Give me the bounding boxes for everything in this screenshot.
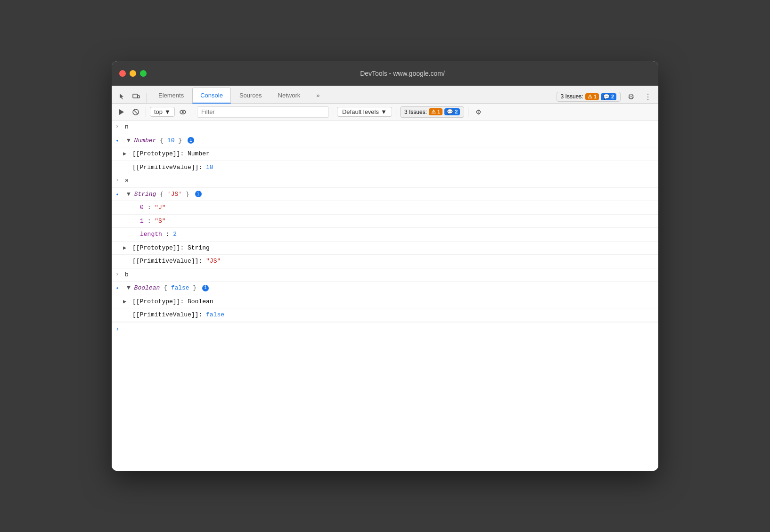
fullscreen-button[interactable] (140, 70, 147, 77)
length-colon: : (166, 231, 173, 238)
boolean-info-icon[interactable]: i (202, 285, 209, 291)
console-row-primitive-number: [[PrimitiveValue]]: 10 (112, 161, 658, 175)
tab-sources[interactable]: Sources (232, 87, 270, 103)
svg-marker-2 (119, 109, 124, 115)
console-input-row: › (112, 322, 658, 336)
console-sep-4 (396, 107, 396, 117)
number-value: 10 (167, 137, 175, 144)
tab-more[interactable]: » (309, 87, 327, 103)
warning-badge-2: ⚠ 1 (429, 108, 442, 115)
left-arrow-number: ◂ (115, 137, 124, 144)
primitive-number-text: [[PrimitiveValue]]: 10 (132, 163, 655, 172)
boolean-value: false (171, 284, 189, 291)
left-arrow-boolean: ◂ (115, 284, 124, 291)
tab-elements[interactable]: Elements (151, 87, 191, 103)
number-object: ▼ Number { 10 } i (127, 136, 655, 145)
string-index-1: 1 : "S" (140, 217, 655, 226)
number-info-icon[interactable]: i (188, 137, 194, 144)
tab-bar: Elements Console Sources Network » 3 Iss… (112, 86, 658, 104)
issues-label: 3 Issues: (561, 93, 583, 100)
info-count-badge: 💬 2 (601, 93, 616, 100)
console-row-boolean-prototype: ▶ [[Prototype]]: Boolean (112, 295, 658, 309)
titlebar: DevTools - www.google.com/ (112, 61, 658, 86)
expand-arrow[interactable]: › (115, 123, 122, 130)
string-info-icon[interactable]: i (195, 191, 202, 197)
console-row-string-1: 1 : "S" (112, 215, 658, 228)
number-brace-open: { (160, 137, 164, 144)
svg-line-4 (134, 110, 138, 114)
console-sep-2 (193, 107, 193, 117)
separator-1 (147, 93, 147, 103)
inspect-icon[interactable] (130, 90, 143, 103)
console-input-n: n (125, 122, 655, 132)
devtools-window: DevTools - www.google.com/ Elements Cons… (112, 61, 658, 471)
svg-point-6 (182, 111, 184, 113)
clear-console-button[interactable] (130, 106, 142, 118)
number-collapse-arrow[interactable]: ▼ (127, 137, 134, 144)
prototype-number-text: [[Prototype]]: Number (132, 149, 655, 159)
string-brace-close: } (186, 191, 189, 198)
console-row-length: length : 2 (112, 228, 658, 242)
levels-value: Default levels (342, 108, 379, 115)
colon-0: : (147, 204, 155, 211)
number-label: Number (134, 137, 160, 144)
context-selector[interactable]: top ▼ (150, 107, 175, 117)
primitive-number-value: 10 (206, 164, 213, 171)
value-1: "S" (155, 218, 165, 225)
console-input-b: b (125, 270, 655, 280)
primitive-string-text: [[PrimitiveValue]]: "JS" (132, 257, 655, 266)
left-arrow-string: ◂ (115, 191, 124, 198)
prototype-arrow[interactable]: ▶ (123, 150, 130, 157)
svg-rect-1 (138, 96, 139, 98)
console-row-n-input: › n (112, 121, 658, 134)
string-value: 'JS' (167, 191, 182, 198)
console-row-string-output: ◂ ▼ String { 'JS' } i (112, 188, 658, 202)
length-value: 2 (173, 231, 177, 238)
console-row-primitive-boolean: [[PrimitiveValue]]: false (112, 308, 658, 322)
eye-icon[interactable] (177, 106, 189, 118)
run-snippet-button[interactable] (115, 106, 128, 118)
context-dropdown-icon: ▼ (164, 108, 171, 115)
console-settings-icon[interactable]: ⚙ (472, 106, 484, 118)
cursor-icon[interactable] (115, 90, 129, 103)
boolean-collapse-arrow[interactable]: ▼ (127, 284, 134, 291)
console-sep-1 (146, 107, 146, 117)
levels-dropdown-icon: ▼ (381, 108, 387, 115)
boolean-prototype-arrow[interactable]: ▶ (123, 298, 130, 305)
issues-label-2: 3 Issues: (404, 109, 427, 115)
tab-console[interactable]: Console (192, 88, 231, 104)
filter-input[interactable] (197, 106, 329, 118)
tab-right-actions: 3 Issues: ⚠ 1 💬 2 ⚙ ⋮ (557, 90, 655, 103)
colon-1: : (147, 218, 155, 225)
number-brace-close: } (178, 137, 182, 144)
string-prototype-arrow[interactable]: ▶ (123, 244, 130, 251)
issues-badge[interactable]: 3 Issues: ⚠ 1 💬 2 (557, 92, 621, 102)
string-collapse-arrow[interactable]: ▼ (127, 191, 134, 198)
expand-arrow-b[interactable]: › (115, 271, 122, 278)
length-key: length (140, 231, 162, 238)
minimize-button[interactable] (130, 70, 136, 77)
console-prompt: › (115, 325, 119, 333)
index-0: 0 (140, 204, 144, 211)
svg-rect-0 (133, 94, 138, 98)
settings-icon[interactable]: ⚙ (624, 90, 638, 103)
window-title: DevTools - www.google.com/ (154, 70, 651, 77)
primitive-boolean-text: [[PrimitiveValue]]: false (132, 310, 655, 320)
console-sep-5 (468, 107, 468, 117)
expand-arrow-s[interactable]: › (115, 177, 122, 184)
console-row-number-output: ◂ ▼ Number { 10 } i (112, 134, 658, 148)
issues-badge-toolbar[interactable]: 3 Issues: ⚠ 1 💬 2 (400, 106, 464, 118)
levels-selector[interactable]: Default levels ▼ (337, 107, 392, 117)
console-content: › n ◂ ▼ Number { 10 } i ▶ [[Prototype]]:… (112, 121, 658, 471)
string-label: String (134, 191, 160, 198)
console-row-primitive-string: [[PrimitiveValue]]: "JS" (112, 255, 658, 268)
string-index-0: 0 : "J" (140, 203, 655, 212)
console-input-field[interactable] (122, 325, 655, 332)
length-row: length : 2 (140, 230, 655, 239)
tab-network[interactable]: Network (270, 87, 308, 103)
console-input-s: s (125, 176, 655, 185)
value-0: "J" (155, 204, 165, 211)
string-brace-open: { (160, 191, 164, 198)
more-options-icon[interactable]: ⋮ (641, 90, 655, 103)
close-button[interactable] (119, 70, 126, 77)
